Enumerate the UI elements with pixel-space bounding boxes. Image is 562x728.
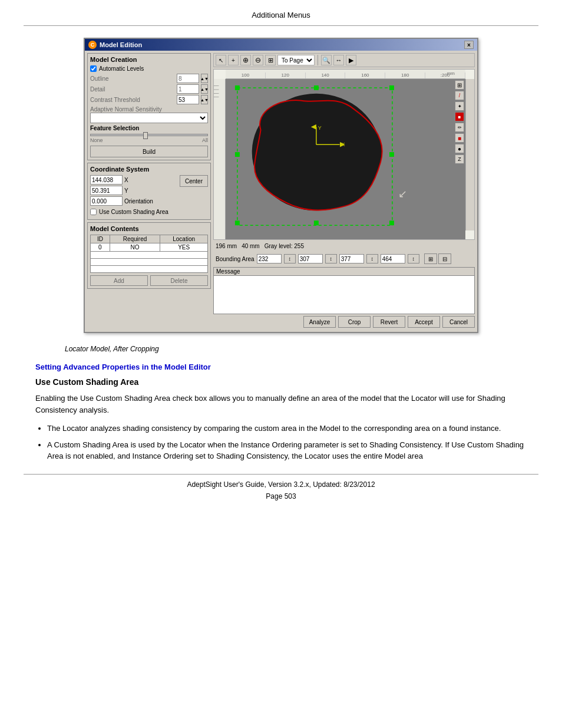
custom-shading-checkbox[interactable] xyxy=(90,209,97,215)
icon-diagonal[interactable]: / xyxy=(455,91,464,100)
bounding-val2[interactable] xyxy=(298,254,323,263)
ruler-180: 180 xyxy=(385,73,425,78)
table-buttons: Add Delete xyxy=(90,275,208,286)
y-label: Y xyxy=(124,187,128,194)
zoom-in-btn[interactable]: ⊕ xyxy=(240,55,251,65)
svg-text:↙: ↙ xyxy=(398,188,407,200)
row-location: YES xyxy=(160,243,208,252)
outline-row: Outline ▲▼ xyxy=(90,74,208,83)
bounding-val4[interactable] xyxy=(381,254,405,263)
crop-btn[interactable]: Crop xyxy=(338,316,371,328)
page-header: Additional Menus xyxy=(0,0,562,25)
contrast-label: Contrast Threshold xyxy=(90,97,175,103)
model-creation-group: Model Creation Automatic Levels Outline … xyxy=(87,53,211,160)
add-button[interactable]: Add xyxy=(90,275,148,286)
message-body xyxy=(214,276,474,311)
svg-text:X: X xyxy=(342,141,345,147)
grid-btn1[interactable]: ⊞ xyxy=(424,253,437,264)
auto-levels-checkbox[interactable] xyxy=(90,65,97,72)
body-text: Enabling the Use Custom Shading Area che… xyxy=(35,393,527,416)
bounding-val3[interactable] xyxy=(339,254,364,263)
y-coord-input[interactable] xyxy=(90,186,123,195)
grid-btn2[interactable]: ⊟ xyxy=(438,253,451,264)
dialog-title: Model Edition xyxy=(100,41,142,48)
feature-slider[interactable]: None All xyxy=(90,134,208,143)
zoom-out-btn[interactable]: ⊖ xyxy=(253,55,263,65)
bottom-buttons: Analyze Crop Revert Accept Cancel xyxy=(213,314,475,330)
detail-spinner[interactable]: ▲▼ xyxy=(201,84,208,94)
icon-red-square[interactable]: ■ xyxy=(455,133,464,143)
dialog-title-bar: C Model Edition × xyxy=(85,39,477,51)
outline-input[interactable] xyxy=(177,74,199,83)
cancel-btn[interactable]: Cancel xyxy=(442,316,475,328)
accept-btn[interactable]: Accept xyxy=(408,316,440,328)
center-button[interactable]: Center xyxy=(180,175,208,187)
bounding-spin1[interactable]: ↕ xyxy=(284,254,296,263)
bullet-item-2: A Custom Shading Area is used by the Loc… xyxy=(47,439,527,462)
slider-thumb xyxy=(143,132,148,139)
detail-input[interactable] xyxy=(177,84,199,94)
scroll-right[interactable] xyxy=(465,79,474,230)
build-button[interactable]: Build xyxy=(90,146,208,157)
caption: Locator Model, After Cropping xyxy=(65,345,527,353)
icon-pencil[interactable]: ✏ xyxy=(455,123,464,132)
feature-label: Feature Selection xyxy=(90,125,208,131)
col-location: Location xyxy=(160,235,208,243)
outline-spinner[interactable]: ▲▼ xyxy=(201,74,208,83)
model-contents-table: ID Required Location 0 NO YES xyxy=(90,235,208,273)
section-link[interactable]: Setting Advanced Properties in the Model… xyxy=(35,363,527,371)
bounding-spin2[interactable]: ↕ xyxy=(325,254,337,263)
status-size: 196 mm xyxy=(216,243,237,249)
slider-labels: None All xyxy=(90,137,208,143)
revert-btn[interactable]: Revert xyxy=(373,316,405,328)
svg-rect-7 xyxy=(235,220,240,225)
contrast-spinner[interactable]: ▲▼ xyxy=(201,95,208,104)
coordinate-system-group: Coordinate System X Y xyxy=(87,163,211,220)
adaptive-dropdown[interactable] xyxy=(90,113,208,123)
search-btn[interactable]: 🔍 xyxy=(321,55,332,65)
y-coord-row: Y xyxy=(90,186,177,195)
dialog-icon: C xyxy=(88,41,97,49)
select-btn[interactable]: ▶ xyxy=(346,55,356,65)
svg-rect-8 xyxy=(314,220,319,225)
empty-row-3 xyxy=(91,266,208,273)
bounding-row: Bounding Area ↕ ↕ ↕ ↕ ⊞ ⊟ xyxy=(213,252,475,265)
zoom-dropdown[interactable]: To Page xyxy=(277,55,315,65)
ruler-left-marks: │ │ │ │ xyxy=(214,85,219,98)
delete-button[interactable]: Delete xyxy=(150,275,208,286)
image-canvas: mm 100 120 140 160 180 :200 │ │ │ │ xyxy=(213,69,475,240)
adaptive-label: Adaptive Normal Sensitivity xyxy=(90,106,162,113)
header-title: Additional Menus xyxy=(252,11,310,19)
cursor-btn[interactable]: ↖ xyxy=(216,55,226,65)
svg-text:Y: Y xyxy=(318,125,322,131)
plus-btn[interactable]: + xyxy=(228,55,239,65)
left-panel: Model Creation Automatic Levels Outline … xyxy=(87,53,211,330)
bounding-val1[interactable] xyxy=(257,254,282,263)
outline-label: Outline xyxy=(90,75,175,82)
slider-left-label: None xyxy=(90,137,103,143)
analyze-btn[interactable]: Analyze xyxy=(303,316,336,328)
contrast-input[interactable] xyxy=(177,95,199,104)
svg-rect-6 xyxy=(389,152,394,157)
close-button[interactable]: × xyxy=(464,41,474,49)
ruler-top: mm 100 120 140 160 180 :200 xyxy=(226,70,465,79)
svg-rect-2 xyxy=(235,85,240,90)
zoom-fit-btn[interactable]: ⊞ xyxy=(265,55,276,65)
bounding-spin4[interactable]: ↕ xyxy=(408,254,419,263)
pan-btn[interactable]: ↔ xyxy=(333,55,344,65)
x-label: X xyxy=(124,177,128,183)
icon-zoom[interactable]: ⊞ xyxy=(455,80,464,90)
header-divider xyxy=(24,25,538,26)
right-panel: ↖ + ⊕ ⊖ ⊞ To Page 🔍 ↔ ▶ xyxy=(213,53,475,330)
icon-red-box[interactable]: ■ xyxy=(455,112,464,121)
ruler-140: 140 xyxy=(306,73,346,78)
x-coord-input[interactable] xyxy=(90,175,123,185)
icon-circle[interactable]: ● xyxy=(455,144,464,153)
bounding-label: Bounding Area xyxy=(216,256,254,262)
orientation-input[interactable] xyxy=(90,196,123,206)
svg-rect-4 xyxy=(389,85,394,90)
icon-z[interactable]: Z xyxy=(455,154,464,164)
bounding-spin3[interactable]: ↕ xyxy=(366,254,378,263)
message-header: Message xyxy=(214,268,474,276)
icon-star[interactable]: ✦ xyxy=(455,101,464,111)
